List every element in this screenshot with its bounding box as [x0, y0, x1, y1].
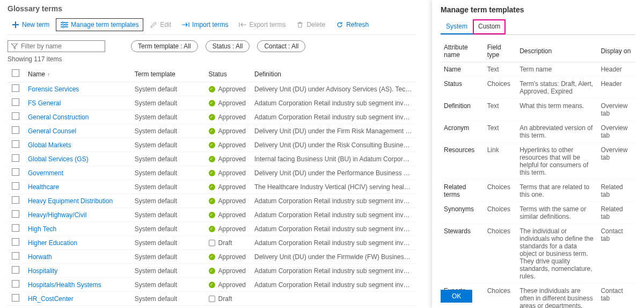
col-definition[interactable]: Definition — [250, 66, 416, 82]
manage-templates-button[interactable]: Manage term templates — [56, 18, 143, 31]
row-checkbox[interactable] — [12, 126, 19, 134]
col-term-template[interactable]: Term template — [130, 66, 204, 82]
attr-desc: Terms that are related to this one. — [516, 180, 597, 202]
pill-term-template[interactable]: Term template : All — [131, 40, 198, 52]
term-link[interactable]: Global Markets — [28, 141, 71, 149]
term-link[interactable]: General Construction — [28, 113, 89, 121]
table-row: Forensic ServicesSystem defaultApprovedD… — [8, 82, 416, 96]
toolbar: New term Manage term templates Edit Impo… — [8, 18, 416, 35]
panel-tabs: System Custom — [441, 19, 635, 35]
export-button[interactable]: Export terms — [235, 19, 290, 31]
col-name[interactable]: Name↑ — [24, 66, 130, 82]
table-row: Human Resources ServicesSystem defaultAp… — [8, 306, 416, 309]
row-checkbox[interactable] — [12, 140, 19, 148]
term-link[interactable]: Hospitals/Health Systems — [28, 281, 101, 289]
status-cell: Approved — [209, 183, 246, 191]
attr-display: Overview tab — [597, 99, 635, 121]
select-all-checkbox[interactable] — [12, 69, 19, 77]
row-checkbox[interactable] — [12, 154, 19, 162]
row-checkbox[interactable] — [12, 98, 19, 106]
tab-system[interactable]: System — [441, 19, 473, 34]
attr-name: Name — [441, 62, 484, 77]
term-link[interactable]: Government — [28, 169, 63, 177]
row-checkbox[interactable] — [12, 238, 19, 246]
row-checkbox[interactable] — [12, 224, 19, 232]
term-link[interactable]: General Counsel — [28, 127, 76, 135]
attr-type: Choices — [484, 77, 517, 99]
term-link[interactable]: Hospitality — [28, 267, 57, 275]
attr-display: Contact tab — [597, 284, 635, 309]
attr-display: Related tab — [597, 180, 635, 202]
approved-icon — [209, 86, 215, 92]
item-count: Showing 117 items — [8, 55, 416, 63]
attr-name: Synonyms — [441, 202, 484, 224]
status-cell: Approved — [209, 253, 246, 261]
row-checkbox[interactable] — [12, 210, 19, 218]
status-cell: Approved — [209, 141, 246, 149]
table-row: HealthcareSystem defaultApprovedThe Heal… — [8, 180, 416, 194]
term-template-cell: System default — [130, 264, 204, 278]
term-link[interactable]: Global Services (GS) — [28, 155, 89, 163]
definition-cell: Delivery Unit (DU) under the Firmwide (F… — [250, 250, 416, 264]
filter-name-field[interactable] — [21, 42, 101, 50]
attr-type: Choices — [484, 180, 517, 202]
ok-button[interactable]: OK — [441, 290, 472, 303]
col-status[interactable]: Status — [204, 66, 250, 82]
tab-custom[interactable]: Custom — [473, 19, 506, 34]
new-term-button[interactable]: New term — [8, 19, 54, 31]
import-button[interactable]: Import terms — [178, 19, 232, 31]
row-checkbox[interactable] — [12, 252, 19, 260]
term-template-cell: System default — [130, 110, 204, 124]
term-link[interactable]: Heavy/Highway/Civil — [28, 211, 86, 219]
term-link[interactable]: FS General — [28, 99, 61, 107]
attr-row: ResourcesLinkHyperlinks to other resourc… — [441, 143, 635, 180]
approved-icon — [209, 128, 215, 134]
term-link[interactable]: Forensic Services — [28, 85, 79, 93]
term-link[interactable]: Heavy Equipment Distribution — [28, 197, 113, 205]
term-link[interactable]: High Tech — [28, 225, 56, 233]
page-title: Glossary terms — [8, 4, 416, 13]
definition-cell: Adatum Corporation Retail industry sub s… — [250, 278, 416, 292]
attr-display: Overview tab — [597, 121, 635, 143]
attr-type: Choices — [484, 224, 517, 284]
attr-display: Related tab — [597, 202, 635, 224]
attr-name: Stewards — [441, 224, 484, 284]
row-checkbox[interactable] — [12, 294, 19, 302]
trash-icon — [296, 21, 304, 28]
term-template-cell: System default — [130, 222, 204, 236]
draft-icon — [209, 296, 215, 302]
attr-row: Related termsChoicesTerms that are relat… — [441, 180, 635, 202]
row-checkbox[interactable] — [12, 266, 19, 274]
refresh-button[interactable]: Refresh — [332, 19, 373, 31]
delete-button[interactable]: Delete — [292, 19, 330, 31]
attr-display: Contact tab — [597, 224, 635, 284]
definition-cell: Adatum Corporation Retail industry sub s… — [250, 236, 416, 250]
definition-cell: Adatum Corporation Retail industry sub s… — [250, 208, 416, 222]
row-checkbox[interactable] — [12, 182, 19, 190]
pill-status[interactable]: Status : All — [206, 40, 250, 52]
attr-row: StewardsChoicesThe individual or individ… — [441, 224, 635, 284]
term-link[interactable]: Healthcare — [28, 183, 59, 191]
definition-cell: Adatum Corporation Retail industry sub s… — [250, 222, 416, 236]
table-row: Higher EducationSystem defaultDraftAdatu… — [8, 236, 416, 250]
row-checkbox[interactable] — [12, 196, 19, 204]
approved-icon — [209, 170, 215, 176]
row-checkbox[interactable] — [12, 112, 19, 120]
status-cell: Approved — [209, 169, 246, 177]
status-cell: Approved — [209, 281, 246, 289]
attr-type: Text — [484, 99, 517, 121]
term-template-cell: System default — [130, 166, 204, 180]
table-row: Global Services (GS)System defaultApprov… — [8, 152, 416, 166]
row-checkbox[interactable] — [12, 84, 19, 92]
term-link[interactable]: Higher Education — [28, 239, 77, 247]
term-link[interactable]: HR_CostCenter — [28, 295, 74, 303]
row-checkbox[interactable] — [12, 280, 19, 288]
term-link[interactable]: Horwath — [28, 253, 52, 261]
pill-contact[interactable]: Contact : All — [257, 40, 305, 52]
definition-cell: Adatum Corporation Retail industry sub s… — [250, 194, 416, 208]
status-cell: Approved — [209, 211, 246, 219]
edit-button[interactable]: Edit — [145, 19, 175, 31]
draft-icon — [209, 240, 215, 246]
filter-input[interactable] — [8, 40, 105, 52]
row-checkbox[interactable] — [12, 168, 19, 176]
